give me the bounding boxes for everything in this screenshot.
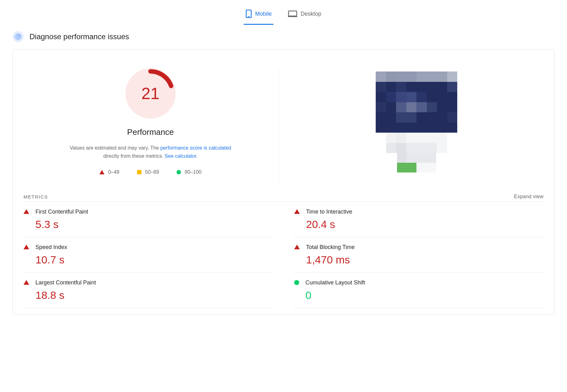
metric-time-to-interactive[interactable]: Time to Interactive20.4 s <box>293 202 545 237</box>
square-orange-icon <box>137 170 141 174</box>
performance-score-panel: 21 Performance Values are estimated and … <box>22 68 279 181</box>
tab-desktop[interactable]: Desktop <box>286 6 323 25</box>
performance-label: Performance <box>127 127 174 137</box>
section-header: Diagnose performance issues <box>13 31 554 42</box>
metric-name: Largest Contentful Paint <box>35 279 96 286</box>
device-tabs: Mobile Desktop <box>13 0 554 25</box>
performance-description: Values are estimated and may vary. The p… <box>63 144 238 160</box>
triangle-red-icon <box>99 170 104 174</box>
score-legend: 0–49 50–89 90–100 <box>99 169 201 175</box>
triangle-red-icon <box>294 209 300 214</box>
expand-view-link[interactable]: Expand view <box>514 194 543 199</box>
triangle-red-icon <box>24 209 29 214</box>
legend-red-label: 0–49 <box>108 169 119 175</box>
metric-first-contentful-paint[interactable]: First Contentful Paint5.3 s <box>22 202 274 237</box>
metric-name: First Contentful Paint <box>35 209 88 215</box>
performance-card: 21 Performance Values are estimated and … <box>13 49 554 315</box>
triangle-red-icon <box>24 280 29 285</box>
legend-orange: 50–89 <box>137 169 159 175</box>
metric-name: Speed Index <box>35 244 67 251</box>
desktop-icon <box>288 10 297 17</box>
metric-value: 0 <box>305 289 365 301</box>
legend-green-label: 90–100 <box>185 169 201 175</box>
metric-value: 1,470 ms <box>306 254 355 266</box>
triangle-red-icon <box>294 245 300 249</box>
metric-speed-index[interactable]: Speed Index10.7 s <box>22 237 274 273</box>
mobile-icon <box>246 9 252 18</box>
metrics-header: METRICS Expand view <box>22 194 545 202</box>
see-calculator-link[interactable]: See calculator <box>165 153 196 159</box>
page-preview-panel <box>289 68 545 172</box>
desc-text-2: directly from these metrics. <box>103 153 165 159</box>
metric-largest-contentful-paint[interactable]: Largest Contentful Paint18.8 s <box>22 273 274 308</box>
circle-green-icon <box>294 280 299 285</box>
metric-name: Time to Interactive <box>306 209 352 215</box>
tab-desktop-label: Desktop <box>300 11 321 17</box>
metric-name: Total Blocking Time <box>306 244 355 251</box>
metric-value: 18.8 s <box>35 289 96 301</box>
legend-green: 90–100 <box>177 169 201 175</box>
lighthouse-icon <box>13 31 24 42</box>
desc-text-3: . <box>196 153 198 159</box>
score-value: 21 <box>125 68 176 119</box>
circle-green-icon <box>177 170 181 174</box>
metric-total-blocking-time[interactable]: Total Blocking Time1,470 ms <box>293 237 545 273</box>
section-title: Diagnose performance issues <box>29 32 129 41</box>
metric-value: 20.4 s <box>306 218 352 230</box>
metric-value: 5.3 s <box>35 218 88 230</box>
tab-mobile-label: Mobile <box>255 11 272 17</box>
metrics-label: METRICS <box>24 194 48 199</box>
metrics-grid: First Contentful Paint5.3 sTime to Inter… <box>22 202 545 308</box>
metric-value: 10.7 s <box>35 254 67 266</box>
tab-mobile[interactable]: Mobile <box>244 6 273 25</box>
desc-text-1: Values are estimated and may vary. The <box>70 145 160 151</box>
legend-red: 0–49 <box>99 169 119 175</box>
perf-score-calc-link[interactable]: performance score is calculated <box>160 145 231 151</box>
svg-rect-2 <box>289 11 297 16</box>
page-screenshot-blurred <box>376 72 457 172</box>
legend-orange-label: 50–89 <box>145 169 159 175</box>
metric-name: Cumulative Layout Shift <box>305 279 365 286</box>
score-gauge: 21 <box>125 68 176 119</box>
triangle-red-icon <box>24 245 29 249</box>
metric-cumulative-layout-shift[interactable]: Cumulative Layout Shift0 <box>293 273 545 308</box>
